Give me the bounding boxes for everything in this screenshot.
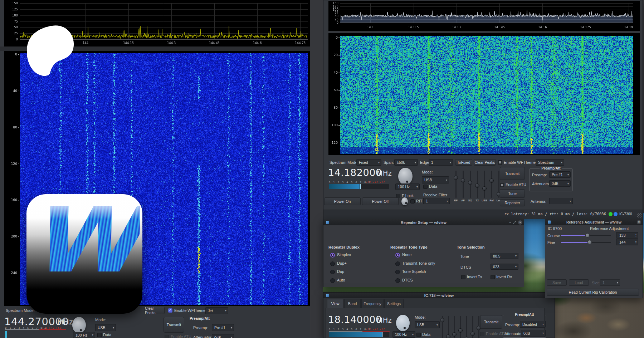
tuning-knob[interactable] (72, 317, 86, 333)
transmit-button[interactable]: Transmit (500, 167, 525, 180)
save-button[interactable]: Save (547, 279, 567, 286)
slider[interactable] (453, 171, 458, 198)
tuning-step-dropdown[interactable]: 100 Hz▾ (395, 183, 420, 190)
enable-wf-checkbox[interactable] (498, 160, 502, 165)
radio-tone-squelch[interactable] (395, 270, 400, 274)
theme-dropdown[interactable]: Spectrum▾ (536, 159, 564, 166)
data-checkbox[interactable] (97, 333, 102, 337)
invert-rx-checkbox[interactable] (491, 275, 495, 279)
slider-handle[interactable] (461, 178, 465, 182)
right-spectrum-plot[interactable] (328, 1, 640, 31)
preamp-dropdown[interactable]: Pre #1▾ (549, 171, 571, 178)
data-checkbox[interactable] (423, 185, 428, 189)
enable-atu-checkbox[interactable] (480, 332, 484, 336)
slider[interactable] (452, 316, 457, 338)
slider-handle[interactable] (475, 183, 479, 188)
tuning-knob[interactable] (396, 315, 410, 331)
minimize-button[interactable]: – (508, 221, 512, 224)
tuning-step-dropdown[interactable]: 100 Hz▾ (392, 331, 415, 338)
read-calibration-button[interactable]: Read Current Rig Calibration (547, 289, 639, 296)
right-waterfall-plot[interactable] (328, 33, 640, 155)
slider-handle[interactable] (470, 332, 475, 336)
spin-arrows-icon[interactable]: ▲▼ (635, 234, 638, 237)
rit-checkbox[interactable] (410, 199, 415, 204)
slider-handle[interactable] (585, 233, 590, 237)
transmit-button[interactable]: Transmit (480, 315, 502, 329)
slider[interactable] (470, 316, 475, 338)
load-button[interactable]: Load (569, 279, 589, 286)
slider-handle[interactable] (587, 240, 592, 244)
slider-handle[interactable] (452, 332, 457, 337)
slider-handle[interactable] (482, 186, 487, 191)
slider-handle[interactable] (468, 181, 472, 185)
edge-dropdown[interactable]: 1▾ (429, 159, 453, 166)
power-on-button[interactable]: Power On (324, 197, 361, 205)
clear-peaks-button[interactable]: Clear Peaks (145, 307, 165, 314)
enable-wf-checkbox[interactable] (168, 308, 172, 313)
dtcs-dropdown[interactable]: 023▾ (491, 264, 518, 270)
radio-dup-[interactable] (330, 270, 335, 274)
course-slider[interactable] (561, 233, 611, 237)
preamp-dropdown[interactable]: Pre #1▾ (212, 324, 234, 331)
mode-dropdown[interactable]: USB▾ (422, 176, 449, 183)
slider[interactable] (482, 171, 487, 198)
attenuator-dropdown[interactable]: 0dB▾ (212, 334, 234, 338)
tofixed-button[interactable]: ToFixed (455, 159, 472, 166)
slider-handle[interactable] (446, 334, 450, 338)
tuning-step-dropdown[interactable]: 100 Hz▾ (73, 332, 95, 338)
slider-handle[interactable] (454, 176, 458, 180)
close-button[interactable]: ✕ (518, 220, 522, 225)
fine-slider[interactable] (561, 240, 611, 244)
tuning-knob[interactable] (398, 168, 413, 185)
titlebar[interactable]: Reference Adjustment — wfview ✕ (545, 219, 643, 225)
slider[interactable] (458, 316, 463, 338)
resize-grip[interactable] (637, 213, 641, 218)
fine-spinbox[interactable]: 144 ▲▼ (616, 239, 638, 245)
titlebar[interactable]: IC-718 — wfview (323, 293, 555, 298)
receive-filter-dropdown[interactable]: 1▾ (423, 198, 450, 204)
power-off-button[interactable]: Power Off (362, 197, 399, 205)
slider[interactable] (440, 316, 445, 338)
frequency-display[interactable]: 18.140000 (328, 314, 382, 325)
attenuator-dropdown[interactable]: 0dB▾ (549, 180, 571, 187)
antenna-dropdown[interactable]: ▾ (549, 198, 573, 204)
transmit-button[interactable]: Transmit (164, 317, 184, 333)
slider[interactable] (460, 171, 465, 198)
titlebar[interactable]: Repeater Setup — wfview – ⤢ ✕ (323, 219, 524, 225)
slider[interactable] (468, 171, 473, 198)
radio-none[interactable] (395, 253, 400, 258)
enable-atu-checkbox[interactable] (165, 335, 169, 338)
radio-simplex[interactable] (330, 253, 335, 258)
invert-tx-checkbox[interactable] (461, 275, 465, 279)
tab-view[interactable]: View (327, 299, 343, 309)
slider[interactable] (446, 316, 451, 338)
tune-button[interactable]: Tune (500, 189, 525, 198)
tab-frequency[interactable]: Frequency (361, 299, 384, 308)
mode-dropdown[interactable]: USB▾ (95, 324, 116, 331)
slider[interactable] (489, 171, 494, 198)
slot-dropdown[interactable]: 1▾ (600, 279, 620, 286)
slider[interactable] (475, 171, 480, 198)
span-dropdown[interactable]: ±50k▾ (394, 159, 418, 166)
preamp-dropdown[interactable]: Disabled▾ (520, 321, 546, 328)
close-button[interactable]: ✕ (637, 220, 641, 224)
enable-atu-checkbox[interactable] (500, 183, 504, 187)
slider-handle[interactable] (489, 178, 494, 183)
data-checkbox[interactable] (416, 333, 421, 337)
slider[interactable] (464, 316, 469, 338)
tone-dropdown[interactable]: 88.5▾ (491, 253, 518, 259)
clear-peaks-button[interactable]: Clear Peaks (474, 159, 496, 166)
rit-knob[interactable] (401, 197, 408, 205)
slider-handle[interactable] (458, 328, 463, 333)
tab-settings[interactable]: Settings (384, 299, 404, 308)
radio-transmit-tone-only[interactable] (395, 261, 400, 266)
frequency-display[interactable]: 14.182000 (328, 167, 382, 178)
radio-dup-[interactable] (330, 261, 335, 266)
spectrum-mode-dropdown[interactable]: Fixed▾ (356, 159, 381, 166)
slider-handle[interactable] (464, 337, 469, 338)
repeater-button[interactable]: Repeater (500, 199, 525, 206)
mode-dropdown[interactable]: LSB▾ (415, 321, 440, 328)
radio-auto[interactable] (330, 278, 335, 283)
theme-dropdown[interactable]: Jet▾ (205, 307, 228, 314)
radio-dtcs[interactable] (395, 278, 400, 283)
